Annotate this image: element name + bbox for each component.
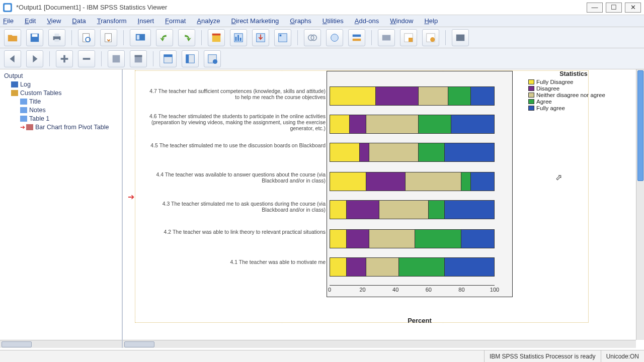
outline-log[interactable]: Log	[1, 80, 121, 88]
variables-button[interactable]	[326, 29, 343, 46]
menu-transform[interactable]: Transform	[97, 17, 127, 25]
svg-rect-22	[353, 34, 361, 37]
menu-view[interactable]: View	[47, 17, 61, 25]
page-frame: 4.7 The teacher had sufficient competenc…	[135, 70, 589, 323]
outline-group[interactable]: Custom Tables	[1, 88, 121, 97]
open-button[interactable]	[4, 29, 21, 46]
recall-dialog-button[interactable]	[130, 29, 151, 46]
hide-button[interactable]	[182, 50, 199, 67]
status-processor: IBM SPSS Statistics Processor is ready	[484, 350, 601, 362]
outline-root[interactable]: Output	[1, 71, 121, 80]
select-button[interactable]	[304, 29, 321, 46]
bar-row[interactable]	[330, 115, 495, 134]
show-button[interactable]	[159, 50, 177, 67]
outline-hscrollbar[interactable]	[0, 340, 122, 348]
bar-segment	[419, 87, 448, 105]
legend-entry: Fully Disagree	[528, 79, 619, 85]
menu-edit[interactable]: Edit	[25, 17, 36, 25]
chart-bar-button[interactable]	[230, 29, 247, 46]
svg-point-21	[331, 34, 339, 41]
chart-pie-button[interactable]	[208, 29, 225, 46]
svg-rect-14	[237, 35, 239, 41]
menu-file[interactable]: File	[3, 17, 14, 25]
bar-segment	[366, 258, 399, 276]
menu-graphs[interactable]: Graphs	[290, 17, 311, 25]
outline-notes[interactable]: Notes	[1, 106, 121, 114]
bar-segment	[330, 115, 350, 133]
menu-analyze[interactable]: Analyze	[197, 17, 220, 25]
bar-segment	[330, 87, 376, 105]
bar-row[interactable]	[330, 257, 495, 277]
svg-point-41	[213, 59, 217, 63]
value-labels-button[interactable]	[400, 29, 417, 46]
redo-button[interactable]	[178, 29, 195, 46]
preview-button[interactable]	[78, 29, 95, 46]
weight-button[interactable]	[378, 29, 395, 46]
minimize-button[interactable]: —	[587, 3, 603, 13]
menu-help[interactable]: Help	[424, 17, 438, 25]
designate-button[interactable]	[452, 29, 469, 46]
legend-title: Statistics	[528, 70, 619, 77]
maximize-button[interactable]: ☐	[606, 3, 622, 13]
bar-label: 4.2 The teacher was able to link theory …	[144, 229, 326, 235]
demote-button[interactable]	[78, 50, 95, 67]
menu-utilities[interactable]: Utilities	[323, 17, 344, 25]
insert-button[interactable]	[204, 50, 221, 67]
toolbar-secondary	[0, 48, 644, 69]
x-tick: 60	[426, 287, 432, 293]
menu-data[interactable]: Data	[72, 17, 86, 25]
legend-swatch-icon	[528, 99, 534, 104]
bar-row[interactable]	[330, 143, 495, 162]
bar-segment	[429, 201, 445, 219]
close-button[interactable]: ✕	[625, 3, 641, 13]
viewer-hscrollbar[interactable]	[123, 340, 636, 348]
toolbar-main	[0, 27, 644, 48]
bar-segment	[360, 143, 370, 161]
item-icon	[20, 107, 27, 113]
bar-row[interactable]	[330, 86, 495, 106]
svg-rect-37	[164, 54, 173, 57]
bar-row[interactable]	[330, 200, 495, 219]
log-icon	[11, 81, 18, 87]
nav-forward-button[interactable]	[26, 50, 43, 67]
chart-area[interactable]: 020406080100	[327, 71, 513, 297]
goto-case-button[interactable]	[274, 29, 291, 46]
print-button[interactable]	[48, 29, 65, 46]
split-button[interactable]	[348, 29, 365, 46]
bar-row[interactable]	[330, 172, 495, 191]
outline-barchart[interactable]: ➔Bar Chart from Pivot Table	[1, 123, 121, 131]
bar-row[interactable]	[330, 229, 495, 248]
bar-segment	[419, 143, 445, 161]
menu-add-ons[interactable]: Add-ons	[355, 17, 379, 25]
promote-button[interactable]	[56, 50, 73, 67]
outline-table1[interactable]: Table 1	[1, 114, 121, 123]
menu-insert[interactable]: Insert	[138, 17, 154, 25]
expand-button[interactable]	[130, 50, 147, 67]
use-sets-button[interactable]	[422, 29, 439, 46]
goto-data-button[interactable]	[252, 29, 269, 46]
menu-format[interactable]: Format	[165, 17, 186, 25]
undo-button[interactable]	[156, 29, 173, 46]
nav-back-button[interactable]	[4, 50, 21, 67]
bar-segment	[366, 172, 406, 191]
collapse-button[interactable]	[108, 50, 125, 67]
bar-segment	[451, 115, 494, 133]
x-axis-ticks: 020406080100	[330, 287, 495, 295]
outline-title[interactable]: Title	[1, 97, 121, 106]
bar-label: 4.4 The teacher was available to answer …	[144, 171, 326, 184]
bar-label: 4.1 The teacher was able to motivate me	[144, 259, 326, 265]
legend-swatch-icon	[528, 106, 534, 111]
svg-rect-18	[280, 34, 282, 36]
svg-rect-4	[54, 39, 59, 42]
bar-segment	[330, 258, 347, 276]
viewer-vscrollbar[interactable]	[636, 69, 644, 340]
viewer-pane: ➔ 4.7 The teacher had sufficient compete…	[123, 69, 644, 348]
export-button[interactable]	[100, 29, 117, 46]
menu-window[interactable]: Window	[390, 17, 413, 25]
titlebar: *Output1 [Document1] - IBM SPSS Statisti…	[0, 0, 644, 15]
save-button[interactable]	[26, 29, 43, 46]
x-tick: 80	[458, 287, 464, 293]
legend-entry: Neither disagree nor agree	[528, 92, 619, 98]
menu-direct-marketing[interactable]: Direct Marketing	[231, 17, 279, 25]
svg-rect-32	[83, 58, 91, 60]
